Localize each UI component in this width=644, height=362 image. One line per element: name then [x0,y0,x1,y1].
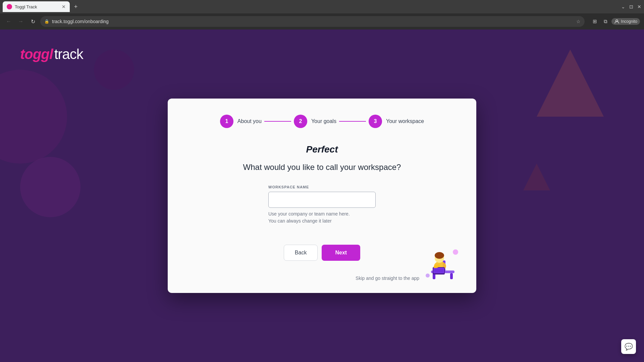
step-2-number: 2 [299,118,302,124]
address-bar[interactable]: 🔒 track.toggl.com/onboarding ☆ [40,16,585,27]
button-row: Back Next [186,245,458,261]
tab-bar: Toggl Track ✕ + ⌄ ⊡ ✕ [0,0,644,13]
step-3-label: Your workspace [386,118,424,124]
page-background: toggl track 1 About you 2 Your goals [0,29,644,362]
svg-point-13 [453,249,458,255]
modal-overlay: 1 About you 2 Your goals 3 Your works [0,29,644,362]
step-2-label: Your goals [311,118,336,124]
step-3-circle: 3 [369,115,382,128]
onboarding-modal: 1 About you 2 Your goals 3 Your works [168,99,476,293]
svg-rect-11 [434,268,443,273]
stepper: 1 About you 2 Your goals 3 Your works [186,115,458,128]
modal-title: Perfect [186,144,458,155]
back-button[interactable]: Back [284,245,318,261]
illustration [423,242,463,282]
connector-2-3 [339,121,366,122]
tab-minimize-icon[interactable]: ⌄ [621,4,625,9]
address-bar-row: ← → ↻ 🔒 track.toggl.com/onboarding ☆ ⊞ ⧉… [0,13,644,29]
step-1-number: 1 [225,118,228,124]
step-2: 2 Your goals [294,115,336,128]
skip-link[interactable]: Skip and go straight to the app [356,276,419,281]
step-3-number: 3 [374,118,377,124]
bookmark-icon[interactable]: ☆ [576,19,581,24]
forward-nav-button[interactable]: → [16,17,25,26]
browser-right-icons: ⊞ ⧉ Incognito [590,17,640,26]
step-2-circle: 2 [294,115,307,128]
tab-favicon [7,4,12,9]
workspace-name-field: WORKSPACE NAME Use your company or team … [268,185,376,225]
address-bar-icons: ☆ [576,19,581,24]
workspace-name-hint: Use your company or team name here. You … [268,210,376,225]
workspace-name-input[interactable] [268,192,376,208]
tab-right-controls: ⌄ ⊡ ✕ [621,4,641,9]
hint-line-1: Use your company or team name here. [268,210,376,218]
incognito-label: Incognito [621,19,637,24]
tab-title: Toggl Track [15,4,59,9]
next-button[interactable]: Next [322,245,360,261]
step-1-label: About you [237,118,262,124]
step-3: 3 Your workspace [369,115,424,128]
chat-icon: 💬 [625,343,633,351]
lock-icon: 🔒 [44,19,49,24]
cast-icon[interactable]: ⊞ [590,17,599,26]
chat-widget[interactable]: 💬 [621,339,636,354]
extensions-icon[interactable]: ⧉ [601,17,610,26]
svg-point-0 [8,5,11,8]
browser-chrome: Toggl Track ✕ + ⌄ ⊡ ✕ ← → ↻ 🔒 track.togg… [0,0,644,29]
svg-point-8 [435,252,444,259]
connector-1-2 [264,121,291,122]
step-1: 1 About you [220,115,262,128]
new-tab-button[interactable]: + [71,2,80,11]
workspace-name-label: WORKSPACE NAME [268,185,376,189]
modal-content: Perfect What would you like to call your… [186,144,458,261]
tab-restore-icon[interactable]: ⊡ [629,4,633,9]
active-tab[interactable]: Toggl Track ✕ [3,1,70,12]
back-nav-button[interactable]: ← [4,17,13,26]
tab-close-icon[interactable]: ✕ [637,4,641,9]
step-1-circle: 1 [220,115,233,128]
refresh-button[interactable]: ↻ [28,17,38,26]
workspace-question: What would you like to call your workspa… [186,162,458,173]
hint-line-2: You can always change it later [268,218,376,225]
svg-point-14 [426,274,430,278]
incognito-badge: Incognito [611,18,640,25]
tab-close-button[interactable]: ✕ [62,4,66,9]
url-display: track.toggl.com/onboarding [52,19,109,24]
svg-rect-4 [450,273,453,279]
